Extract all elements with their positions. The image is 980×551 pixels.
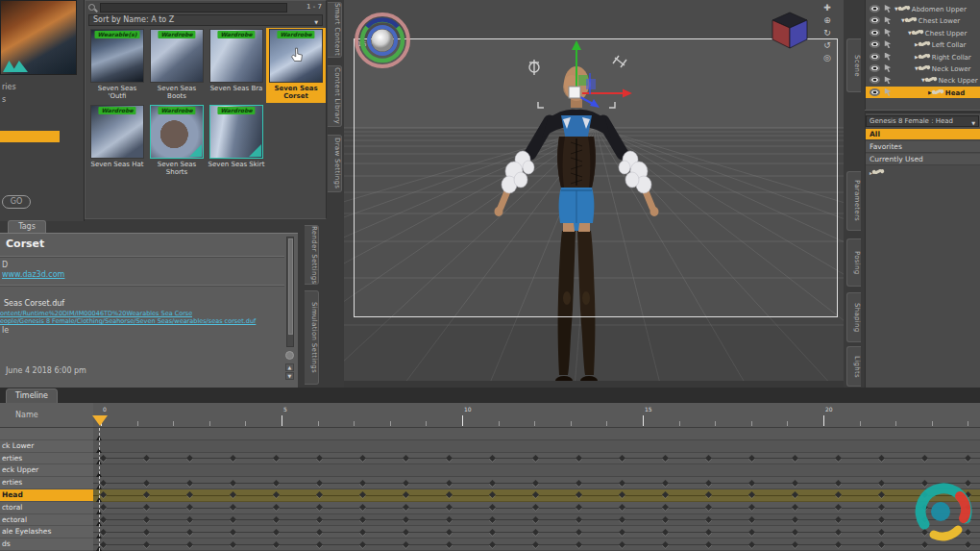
keyframe-diamond[interactable] <box>273 491 280 498</box>
scroll-down-button[interactable]: ▼ <box>285 372 294 380</box>
visibility-eye-icon[interactable] <box>870 16 880 24</box>
library-item-seven-seas-bra[interactable]: WardrobeSeven Seas Bra <box>207 28 266 103</box>
keyframe-diamond[interactable] <box>403 504 409 511</box>
selectable-pointer-icon[interactable] <box>884 40 892 48</box>
selectable-pointer-icon[interactable] <box>884 5 892 13</box>
library-item-seven-seas-skirt[interactable]: WardrobeSeven Seas Skirt <box>207 104 266 177</box>
keyframe-diamond[interactable] <box>446 491 453 498</box>
keyframe-diamond[interactable] <box>705 480 712 487</box>
keyframe-diamond[interactable] <box>273 455 280 462</box>
keyframe-diamond[interactable] <box>489 480 496 487</box>
timeline-track-ectoral[interactable]: ectoral <box>0 514 980 527</box>
keyframe-diamond[interactable] <box>403 480 409 487</box>
track-key-area[interactable] <box>93 477 980 489</box>
keyframe-diamond[interactable] <box>489 491 496 498</box>
view-cube-gizmo[interactable] <box>767 10 813 50</box>
timeline-track-erties[interactable]: erties <box>0 453 980 465</box>
keyframe-diamond[interactable] <box>792 491 798 498</box>
keyframe-diamond[interactable] <box>316 455 323 462</box>
keyframe-diamond[interactable] <box>792 541 798 548</box>
keyframe-diamond[interactable] <box>532 541 539 548</box>
keyframe-diamond[interactable] <box>403 541 409 548</box>
keyframe-diamond[interactable] <box>576 491 582 498</box>
keyframe-diamond[interactable] <box>230 480 236 487</box>
keyframe-diamond[interactable] <box>273 516 280 523</box>
selectable-pointer-icon[interactable] <box>884 16 892 24</box>
selectable-pointer-icon[interactable] <box>884 29 892 37</box>
keyframe-diamond[interactable] <box>532 516 539 523</box>
keyframe-diamond[interactable] <box>532 504 539 511</box>
keyframe-diamond[interactable] <box>576 516 582 523</box>
keyframe-diamond[interactable] <box>662 455 669 462</box>
library-item-seven-seas-corset[interactable]: WardrobeSeven Seas Corset <box>266 28 326 103</box>
keyframe-diamond[interactable] <box>359 491 366 498</box>
keyframe-diamond[interactable] <box>403 491 409 498</box>
keyframe-diamond[interactable] <box>705 516 712 523</box>
scene-node-right-collar[interactable]: ▶Right Collar <box>866 51 980 63</box>
keyframe-diamond[interactable] <box>230 504 236 511</box>
keyframe-diamond[interactable] <box>792 516 798 523</box>
timeline-track-ctoral[interactable]: ctoral <box>0 502 980 514</box>
tab-scene[interactable]: Scene <box>846 38 861 92</box>
timeline-track-eck-upper[interactable]: eck Upper <box>0 464 980 477</box>
keyframe-diamond[interactable] <box>532 455 539 462</box>
keyframe-diamond[interactable] <box>792 504 798 511</box>
track-key-area[interactable] <box>93 489 980 502</box>
keyframe-diamond[interactable] <box>186 504 193 511</box>
track-key-area[interactable] <box>93 538 980 551</box>
tab-simulation-settings[interactable]: Simulation Settings <box>305 290 319 385</box>
keyframe-diamond[interactable] <box>359 541 366 548</box>
visibility-eye-icon[interactable] <box>870 76 880 84</box>
keyframe-diamond[interactable] <box>705 455 712 462</box>
keyframe-diamond[interactable] <box>835 455 842 462</box>
scene-node-neck-upper[interactable]: ▼Neck Upper <box>866 74 980 86</box>
keyframe-diamond[interactable] <box>446 455 453 462</box>
keyframe-diamond[interactable] <box>489 516 496 523</box>
orbit-trackball-gizmo[interactable] <box>354 12 411 69</box>
keyframe-diamond[interactable] <box>489 529 496 536</box>
library-item-seven-seas-hat[interactable]: WardrobeSeven Seas Hat <box>87 104 147 177</box>
keyframe-diamond[interactable] <box>186 491 193 498</box>
keyframe-diamond[interactable] <box>316 491 323 498</box>
tab-parameters[interactable]: Parameters <box>846 171 861 231</box>
track-key-area[interactable] <box>93 526 980 538</box>
keyframe-diamond[interactable] <box>230 541 236 548</box>
scrollbar[interactable] <box>286 237 294 347</box>
tab-content-library[interactable]: Content Library <box>328 65 342 127</box>
tab-lights[interactable]: Lights <box>846 346 861 387</box>
used-node-row[interactable]: ▸ <box>870 169 886 176</box>
track-key-area[interactable] <box>93 514 980 527</box>
keyframe-diamond[interactable] <box>748 491 755 498</box>
keyframe-diamond[interactable] <box>316 541 323 548</box>
keyframe-diamond[interactable] <box>705 491 712 498</box>
keyframe-diamond[interactable] <box>186 480 193 487</box>
sort-dropdown[interactable]: Sort by Name: A to Z ▼ <box>88 14 323 26</box>
keyframe-diamond[interactable] <box>705 504 712 511</box>
timeline-track-ck-lower[interactable]: ck Lower <box>0 440 980 453</box>
keyframe-diamond[interactable] <box>359 516 366 523</box>
visibility-eye-icon[interactable] <box>870 88 880 96</box>
visibility-eye-icon[interactable] <box>870 5 880 13</box>
keyframe-diamond[interactable] <box>403 516 409 523</box>
track-key-area[interactable] <box>93 453 980 465</box>
pan-tool-icon[interactable]: ✚ <box>821 2 834 13</box>
keyframe-diamond[interactable] <box>316 504 323 511</box>
keyframe-diamond[interactable] <box>532 491 539 498</box>
keyframe-diamond[interactable] <box>273 529 280 536</box>
keyframe-diamond[interactable] <box>748 504 755 511</box>
scrollbar-thumb[interactable] <box>288 238 293 335</box>
timeline-track-erties[interactable]: erties <box>0 477 980 489</box>
search-input[interactable] <box>100 3 287 13</box>
scene-node-neck-lower[interactable]: ▼Neck Lower <box>866 63 980 74</box>
scene-node-chest-lower[interactable]: ▼Chest Lower <box>866 14 980 26</box>
keyframe-diamond[interactable] <box>403 529 409 536</box>
keyframe-diamond[interactable] <box>230 516 236 523</box>
keyframe-diamond[interactable] <box>230 455 236 462</box>
keyframe-diamond[interactable] <box>835 491 842 498</box>
store-link[interactable]: www.daz3d.com <box>2 270 64 279</box>
keyframe-diamond[interactable] <box>792 529 798 536</box>
keyframe-diamond[interactable] <box>576 529 582 536</box>
keyframe-diamond[interactable] <box>748 529 755 536</box>
keyframe-diamond[interactable] <box>835 504 842 511</box>
preset-filter-currently-used[interactable]: Currently Used <box>866 154 980 165</box>
